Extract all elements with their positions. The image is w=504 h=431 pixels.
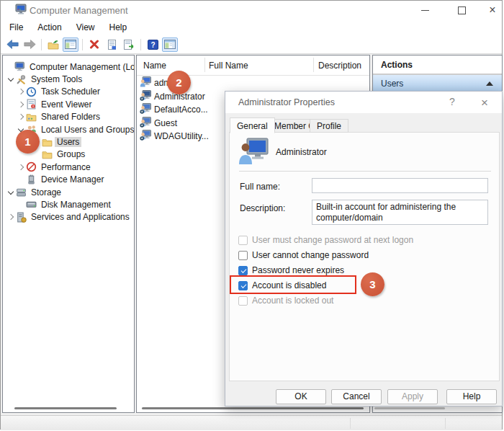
checkbox-account-is-locked-out: Account is locked out	[238, 295, 333, 306]
menu-file[interactable]: File	[2, 20, 30, 35]
help-button[interactable]: ?	[145, 37, 161, 52]
groups-folder-icon	[42, 149, 53, 160]
column-divider[interactable]	[313, 58, 314, 72]
expand-chevron-icon[interactable]	[6, 212, 16, 222]
dialog-help-button[interactable]: ?	[444, 96, 461, 109]
list-row-label: WDAGUtility...	[154, 131, 209, 141]
back-button[interactable]	[4, 37, 20, 52]
services-and-applications-icon	[16, 212, 27, 223]
system-tools-icon	[16, 74, 27, 85]
checkbox-checked-icon[interactable]	[238, 266, 248, 275]
show-action-pane-button[interactable]	[162, 37, 178, 52]
close-icon: ×	[489, 4, 495, 16]
help-dialog-button[interactable]: Help	[446, 389, 497, 404]
tree-item-task-scheduler[interactable]: Task Scheduler	[3, 86, 134, 98]
menu-action[interactable]: Action	[30, 20, 68, 35]
console-tree-panel: Computer Management (Local System Tools …	[2, 55, 135, 413]
tree-item-system-tools[interactable]: System Tools	[3, 73, 134, 85]
properties-button[interactable]	[104, 37, 120, 52]
show-console-tree-button[interactable]	[63, 37, 78, 52]
svg-text:?: ?	[150, 40, 155, 48]
window-title: Computer Management	[30, 5, 128, 16]
ok-button[interactable]: OK	[276, 389, 326, 404]
collapse-expander-icon[interactable]	[6, 74, 16, 84]
apply-button: Apply	[387, 389, 438, 404]
checkbox-icon[interactable]	[238, 251, 248, 260]
tree-item-storage[interactable]: Storage	[3, 186, 134, 198]
list-horizontal-scrollbar[interactable]	[142, 407, 364, 409]
maximize-button[interactable]	[451, 1, 472, 19]
expand-chevron-icon[interactable]	[16, 112, 26, 122]
minimize-button[interactable]	[414, 1, 436, 19]
separator-line	[239, 171, 491, 172]
tree-item-event-viewer[interactable]: Event Viewer	[3, 98, 134, 110]
tree-item-device-manager[interactable]: Device Manager	[3, 174, 134, 186]
list-row-label: DefaultAcco...	[154, 105, 208, 115]
performance-icon	[26, 161, 37, 172]
actions-title: Actions	[381, 60, 413, 70]
tree-item-shared-folders[interactable]: Shared Folders	[3, 111, 134, 123]
close-button[interactable]: ×	[482, 1, 503, 19]
expand-chevron-icon[interactable]	[16, 162, 26, 172]
annotation-step-2: 2	[167, 71, 191, 94]
checkbox-label: User cannot change password	[252, 250, 369, 260]
checkbox-user-cannot-change-password[interactable]: User cannot change password	[238, 249, 369, 261]
tree-item-label: Task Scheduler	[39, 86, 102, 97]
actions-group-users[interactable]: Users	[373, 75, 502, 92]
forward-icon	[24, 40, 36, 49]
shared-folders-icon	[26, 112, 37, 123]
toolbar-separator	[41, 39, 42, 50]
tab-profile[interactable]: Profile	[310, 119, 348, 133]
full-name-input[interactable]	[312, 178, 488, 193]
column-divider[interactable]	[204, 58, 205, 72]
collapse-arrow-icon[interactable]	[486, 81, 493, 86]
list-row-label: Guest	[154, 118, 177, 128]
computer-icon	[14, 61, 25, 72]
properties-doc-icon	[107, 40, 117, 50]
disabled-user-account-icon	[140, 130, 151, 143]
list-row-guest[interactable]: Guest	[140, 117, 177, 130]
list-row-defaultaccount[interactable]: DefaultAcco...	[140, 103, 208, 117]
list-row-wdagutility[interactable]: WDAGUtility...	[140, 130, 209, 143]
collapse-expander-icon[interactable]	[6, 187, 16, 197]
column-header-name[interactable]: Name	[143, 61, 166, 71]
dialog-title-bar: Administrator Properties ? ×	[225, 92, 502, 113]
disabled-user-account-icon	[140, 103, 151, 116]
checkbox-password-never-expires[interactable]: Password never expires	[238, 265, 344, 276]
tree-item-label: Performance	[39, 162, 93, 172]
tree-item-computer-management[interactable]: Computer Management (Local	[3, 61, 134, 73]
tree-item-disk-management[interactable]: Disk Management	[3, 198, 134, 210]
tree-horizontal-scrollbar[interactable]	[14, 407, 117, 409]
export-list-button[interactable]	[121, 37, 137, 52]
column-header-description[interactable]: Description	[318, 61, 361, 71]
description-input[interactable]: Built-in account for administering the c…	[312, 200, 488, 225]
column-header-full-name[interactable]: Full Name	[209, 61, 248, 71]
tab-general[interactable]: General	[230, 117, 275, 133]
dialog-close-button[interactable]: ×	[476, 96, 493, 109]
tree-item-services-and-applications[interactable]: Services and Applications	[3, 211, 134, 223]
cancel-button[interactable]: Cancel	[331, 389, 382, 404]
toolbar-separator	[82, 39, 83, 50]
menu-view[interactable]: View	[69, 20, 102, 35]
checkbox-label: Account is locked out	[252, 296, 333, 306]
tree-item-performance[interactable]: Performance	[3, 161, 134, 173]
delete-button[interactable]	[86, 37, 102, 52]
up-one-level-button[interactable]	[45, 37, 61, 52]
toolbar-separator	[140, 39, 141, 50]
checkbox-label: User must change password at next logon	[252, 235, 413, 245]
menu-help[interactable]: Help	[102, 20, 135, 35]
dialog-user-name: Administrator	[276, 147, 327, 157]
status-bar	[1, 415, 502, 430]
expand-chevron-icon[interactable]	[16, 86, 26, 97]
forward-button[interactable]	[22, 37, 37, 52]
action-pane-icon	[164, 40, 176, 49]
minimize-icon	[421, 10, 429, 11]
tree-item-label: Shared Folders	[39, 112, 102, 122]
actions-group-label: Users	[381, 79, 403, 89]
tree-item-label: Services and Applications	[29, 212, 132, 222]
status-separator	[350, 418, 351, 429]
expand-chevron-icon[interactable]	[16, 99, 26, 110]
actions-horizontal-scrollbar[interactable]	[374, 407, 445, 409]
status-separator	[445, 418, 446, 429]
tree-item-label: Users	[55, 137, 81, 147]
